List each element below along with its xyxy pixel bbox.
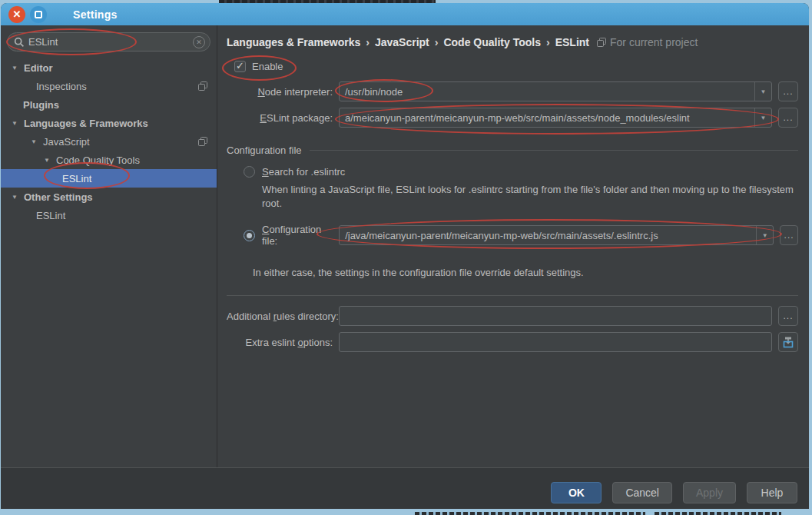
enable-label: Enable (252, 61, 283, 72)
chevron-expanded-icon[interactable]: ▼ (44, 157, 51, 164)
cancel-button[interactable]: Cancel (612, 482, 672, 503)
project-settings-icon (198, 137, 207, 146)
breadcrumb: Languages & Frameworks › JavaScript › Co… (227, 36, 798, 48)
settings-dialog-body: ESLint ✕ ▼ Editor Inspections (1, 25, 809, 467)
group-rule-line (310, 150, 798, 151)
eslint-package-label: ESLint package: (227, 112, 339, 124)
clear-icon: ✕ (196, 38, 202, 46)
ellipsis-icon: ... (784, 230, 794, 241)
override-note: In either case, the settings in the conf… (253, 267, 798, 278)
chevron-expanded-icon[interactable]: ▼ (12, 65, 19, 71)
sidebar-item-label: ESLint (62, 173, 91, 184)
extra-options-row: Extra eslint options: (227, 332, 798, 352)
sidebar-item-label: Code Quality Tools (56, 154, 140, 166)
chevron-expanded-icon[interactable]: ▼ (12, 120, 19, 127)
breadcrumb-code-quality-tools: Code Quality Tools (443, 36, 541, 48)
extra-options-label: Extra eslint options: (227, 337, 339, 348)
eslint-package-combobox[interactable]: a/meicanyun-parent/meicanyun-mp-web/src/… (339, 108, 772, 128)
dialog-button-bar: OK Cancel Apply Help (1, 467, 809, 509)
sidebar-item-javascript[interactable]: ▼ JavaScript (1, 132, 217, 151)
section-separator (227, 295, 798, 296)
ellipsis-icon: ... (783, 311, 793, 321)
search-input[interactable]: ESLint (28, 36, 193, 48)
close-window-button[interactable]: ✕ (8, 6, 25, 23)
search-icon (14, 37, 25, 48)
sidebar-item-label: ESLint (36, 210, 65, 221)
chevron-expanded-icon[interactable]: ▼ (12, 194, 19, 201)
configuration-file-radio[interactable] (244, 230, 255, 241)
sidebar-item-eslint-selected[interactable]: ESLint (1, 169, 217, 188)
additional-rules-row: Additional rules directory: ... (227, 306, 798, 326)
node-interpreter-browse-button[interactable]: ... (778, 81, 798, 101)
additional-rules-browse-button[interactable]: ... (778, 306, 798, 326)
additional-rules-input[interactable] (339, 306, 772, 326)
settings-search-field[interactable]: ESLint ✕ (7, 32, 210, 52)
configuration-file-browse-button[interactable]: ... (780, 225, 798, 245)
sidebar-item-label: Plugins (23, 99, 59, 111)
sidebar-item-inspections[interactable]: Inspections (1, 77, 217, 95)
eslint-package-value[interactable]: a/meicanyun-parent/meicanyun-mp-web/src/… (340, 112, 754, 124)
apply-button[interactable]: Apply (683, 482, 736, 503)
breadcrumb-separator: › (435, 36, 439, 48)
sidebar-item-code-quality-tools[interactable]: ▼ Code Quality Tools (1, 151, 217, 169)
enable-checkbox[interactable]: ✓ (234, 61, 246, 72)
ellipsis-icon: ... (783, 112, 793, 123)
node-interpreter-row: Node interpreter: /usr/bin/node ▼ ... (227, 81, 798, 101)
configuration-file-label: Configuration file: (262, 224, 333, 247)
checkmark-icon: ✓ (236, 60, 244, 71)
eslint-settings-panel: Languages & Frameworks › JavaScript › Co… (217, 25, 809, 467)
background-window-sliver-bottom (415, 512, 645, 515)
breadcrumb-eslint: ESLint (555, 36, 589, 48)
breadcrumb-separator: › (546, 36, 550, 48)
sidebar-item-editor[interactable]: ▼ Editor (1, 58, 217, 77)
sidebar-item-other-settings[interactable]: ▼ Other Settings (1, 188, 217, 206)
settings-window: ✕ Settings ESLint ✕ ▼ Editor (1, 3, 809, 509)
sidebar-item-languages-frameworks[interactable]: ▼ Languages & Frameworks (1, 114, 217, 132)
configuration-file-combobox[interactable]: /java/meicanyun-parent/meicanyun-mp-web/… (339, 225, 774, 245)
sidebar-item-plugins[interactable]: Plugins (1, 95, 217, 114)
project-settings-icon (597, 38, 606, 47)
configuration-file-group: Configuration file (227, 145, 798, 156)
help-button[interactable]: Help (747, 482, 797, 503)
sidebar-item-eslint-other[interactable]: ESLint (1, 206, 217, 224)
chevron-down-icon: ▼ (761, 115, 767, 121)
extra-options-input[interactable] (339, 332, 772, 352)
dropdown-button[interactable]: ▼ (754, 82, 771, 101)
background-window-sliver-bottom (655, 512, 781, 515)
sidebar-item-label: Languages & Frameworks (24, 118, 148, 129)
eslintrc-help-text: When linting a JavaScript file, ESLint l… (262, 183, 798, 211)
node-interpreter-label: Node interpreter: (227, 86, 339, 98)
chevron-expanded-icon[interactable]: ▼ (31, 138, 38, 145)
chevron-down-icon: ▼ (762, 232, 768, 239)
group-title: Configuration file (227, 145, 302, 156)
dropdown-button[interactable]: ▼ (754, 108, 771, 127)
expand-options-button[interactable] (778, 332, 798, 352)
settings-sidebar: ESLint ✕ ▼ Editor Inspections (1, 25, 217, 467)
configuration-file-row: Configuration file: /java/meicanyun-pare… (244, 224, 798, 247)
node-interpreter-combobox[interactable]: /usr/bin/node ▼ (339, 81, 772, 101)
search-eslintrc-radio[interactable] (244, 166, 255, 178)
search-for-eslintrc-row: Search for .eslintrc (244, 166, 798, 178)
additional-rules-label: Additional rules directory: (227, 311, 339, 322)
maximize-window-button[interactable] (30, 6, 47, 23)
configuration-file-value[interactable]: /java/meicanyun-parent/meicanyun-mp-web/… (340, 230, 756, 241)
breadcrumb-separator: › (366, 36, 370, 48)
sidebar-item-label: Editor (24, 62, 53, 74)
dropdown-button[interactable]: ▼ (756, 226, 773, 244)
eslint-package-browse-button[interactable]: ... (778, 108, 798, 128)
close-icon: ✕ (13, 8, 22, 20)
enable-row: ✓ Enable (234, 59, 798, 73)
window-title: Settings (73, 8, 118, 21)
title-bar[interactable]: ✕ Settings (1, 3, 809, 25)
settings-tree: ▼ Editor Inspections Plugins ▼ Languages… (1, 58, 217, 224)
clear-search-button[interactable]: ✕ (193, 36, 205, 48)
eslint-package-row: ESLint package: a/meicanyun-parent/meica… (227, 108, 798, 128)
radio-dot (247, 233, 252, 238)
node-interpreter-value[interactable]: /usr/bin/node (340, 86, 754, 98)
project-settings-icon (198, 81, 207, 91)
expand-field-icon (782, 336, 794, 348)
sidebar-item-label: Inspections (36, 81, 87, 92)
chevron-down-icon: ▼ (761, 88, 767, 95)
ok-button[interactable]: OK (551, 482, 602, 503)
maximize-icon (35, 11, 42, 18)
